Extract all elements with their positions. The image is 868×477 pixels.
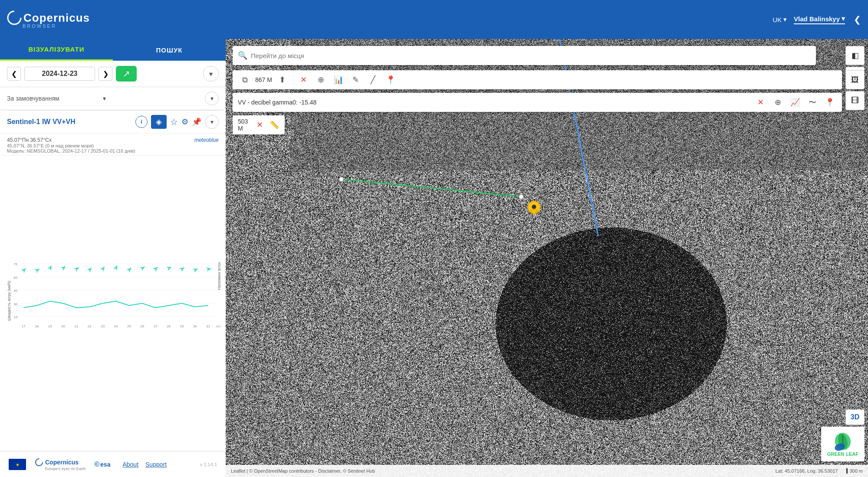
map-film-button[interactable]: 🎞 [845, 91, 865, 110]
svg-marker-26 [192, 267, 199, 273]
svg-text:25: 25 [127, 324, 131, 328]
map-layers-button[interactable]: ◧ [845, 46, 865, 65]
upload-1-button[interactable]: ⬆ [276, 73, 289, 87]
language-button[interactable]: UK ▾ [773, 16, 787, 23]
close-2-icon: ✕ [757, 98, 764, 107]
svg-text:23: 23 [101, 324, 105, 328]
default-filter-label: За замовчуванням [7, 95, 99, 102]
chart-line-button[interactable]: 〜 [806, 95, 819, 109]
svg-point-0 [8, 11, 21, 24]
redirect-icon: ↗ [123, 69, 130, 79]
map-layers-icon: ◧ [852, 51, 859, 60]
filter-expand-icon: ▾ [210, 95, 214, 102]
close-1-button[interactable]: ✕ [297, 73, 311, 87]
date-display: 2024-12-23 [24, 67, 95, 81]
sentinel-favorite-button[interactable]: ☆ [170, 117, 178, 127]
svg-text:28: 28 [167, 324, 171, 328]
pencil-1-icon: ✎ [352, 75, 359, 85]
coords-line2: 45.07°N, 36.57°E (0 м над рівнем моря) [7, 143, 219, 148]
copernicus-footer-icon [35, 458, 43, 467]
sentinel-layer-name: Sentinel-1 IW VV+VH [7, 118, 132, 126]
crosshair-2-icon: ⊕ [775, 98, 781, 107]
green-leaf-icon [832, 432, 854, 451]
expand-icon: ▾ [209, 70, 213, 78]
tab-search[interactable]: ПОШУК [113, 39, 226, 61]
map-search-input[interactable] [251, 52, 811, 59]
header: Copernicus BROWSER UK ▾ Vlad Balinskyy ▾… [0, 0, 868, 39]
location-2-button[interactable]: 📍 [823, 95, 837, 109]
redirect-button[interactable]: ↗ [116, 66, 137, 82]
sentinel-layer-row: Sentinel-1 IW VV+VH i ◈ ☆ ⚙ 📌 ▾ [0, 111, 226, 134]
line-1-button[interactable]: ╱ [366, 73, 380, 87]
svg-marker-23 [153, 265, 160, 272]
user-menu-button[interactable]: Vlad Balinskyy ▾ [794, 15, 845, 24]
upload-1-icon: ⬆ [279, 75, 286, 85]
close-1-icon: ✕ [300, 75, 307, 85]
sentinel-pin-button[interactable]: 📌 [192, 117, 201, 127]
line-1-icon: ╱ [371, 75, 375, 85]
filter-expand-button[interactable]: ▾ [205, 91, 219, 105]
chart-2-button[interactable]: 📈 [788, 95, 802, 109]
separator-1 [293, 74, 293, 86]
crosshair-1-icon: ⊕ [318, 75, 324, 85]
logo-name: Copernicus [23, 11, 90, 25]
copy-button[interactable]: ⧉ [238, 73, 252, 87]
coords-line1: 45.07°Пн 36.57°Сх [7, 137, 219, 143]
map-toolbar-3: 503 М ✕ 📏 [233, 115, 285, 134]
sentinel-layer-icon: ◈ [156, 117, 162, 127]
svg-text:Швидкість вітру (км/h): Швидкість вітру (км/h) [7, 281, 11, 321]
chart-1-button[interactable]: 📊 [332, 73, 345, 87]
map-photo-button[interactable]: 🖼 [845, 70, 865, 89]
date-expand-button[interactable]: ▾ [203, 66, 219, 82]
map-search-icon: 🔍 [238, 51, 247, 60]
logo-text: Copernicus [7, 10, 90, 25]
sentinel-star-icon: ☆ [170, 117, 178, 127]
sentinel-layer-button[interactable]: ◈ [151, 115, 167, 129]
about-link[interactable]: About [122, 461, 138, 468]
sentinel-expand-button[interactable]: ▾ [205, 115, 219, 129]
tab-bar: ВІЗУАЛІЗУВАТИ ПОШУК [0, 39, 226, 61]
map-search-bar: 🔍 [233, 46, 816, 65]
svg-text:60: 60 [13, 276, 17, 280]
date-next-button[interactable]: ❯ [99, 67, 112, 81]
date-row: ❮ 2024-12-23 ❯ ↗ ▾ [0, 61, 226, 87]
date-prev-button[interactable]: ❮ [7, 67, 21, 81]
map-right-column: 🖼 🎞 [845, 70, 865, 110]
sentinel-sliders-icon: ⚙ [181, 118, 188, 126]
user-label: Vlad Balinskyy [794, 15, 840, 23]
esa-c-icon: © [94, 461, 99, 468]
close-2-button[interactable]: ✕ [753, 95, 767, 109]
copernicus-footer-name: Copernicus [45, 459, 79, 466]
language-label: UK [773, 16, 782, 23]
default-filter-row: За замовчуванням ▾ ▾ [0, 87, 226, 110]
user-chevron: ▾ [842, 15, 845, 23]
pin-1-button[interactable]: 📍 [384, 73, 398, 87]
support-link[interactable]: Support [145, 461, 167, 468]
close-3-icon: ✕ [256, 120, 263, 130]
sidebar-collapse-button[interactable]: ❮ [854, 14, 861, 25]
sentinel-pin-icon: 📌 [192, 118, 201, 126]
sentinel-settings-button[interactable]: ⚙ [181, 117, 188, 127]
copernicus-logo-icon [7, 10, 22, 25]
version-label: v 1.14.1 [200, 462, 217, 467]
svg-marker-15 [47, 264, 54, 271]
crosshair-2-button[interactable]: ⊕ [771, 95, 785, 109]
language-chevron: ▾ [783, 16, 787, 23]
close-3-button[interactable]: ✕ [254, 118, 265, 132]
sentinel-info-icon: i [141, 119, 142, 125]
tab-visualize[interactable]: ВІЗУАЛІЗУВАТИ [0, 39, 113, 61]
scale-display: 300 m [846, 468, 863, 474]
svg-text:18: 18 [35, 324, 39, 328]
ruler-button[interactable]: 📏 [269, 118, 279, 132]
green-leaf-logo: GREEN LEAF [821, 427, 865, 461]
svg-point-46 [36, 459, 43, 466]
map-area[interactable]: 🔍 ◧ ℹ ⧉ 867 М ⬆ [226, 39, 868, 477]
pencil-1-button[interactable]: ✎ [349, 73, 363, 87]
btn-3d[interactable]: 3D [845, 409, 865, 425]
sidebar: ВІЗУАЛІЗУВАТИ ПОШУК ❮ 2024-12-23 ❯ ↗ [0, 39, 226, 477]
crosshair-1-button[interactable]: ⊕ [314, 73, 328, 87]
svg-marker-16 [60, 264, 67, 271]
sentinel-info-button[interactable]: i [135, 116, 148, 128]
svg-text:22: 22 [88, 324, 92, 328]
eu-flag-icon: ★ [9, 459, 26, 470]
